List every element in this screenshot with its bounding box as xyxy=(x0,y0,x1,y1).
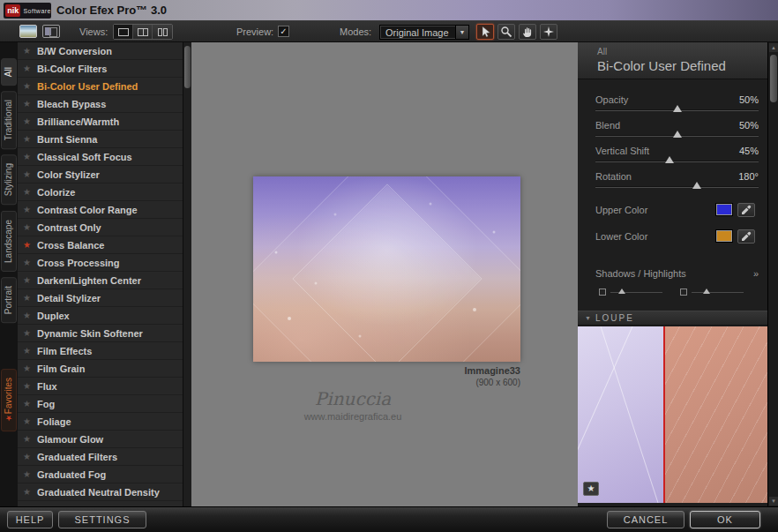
filter-item[interactable]: ★Fog xyxy=(18,395,183,413)
highlights-slider-thumb[interactable] xyxy=(703,288,710,294)
favorite-star-icon[interactable]: ★ xyxy=(23,46,37,56)
pan-tool-button[interactable] xyxy=(519,24,536,40)
filter-item[interactable]: ★Bi-Color User Defined xyxy=(18,78,183,95)
filter-item[interactable]: ★Foliage xyxy=(18,413,183,431)
loupe-preview[interactable]: ★ xyxy=(578,326,767,503)
filter-item[interactable]: ★Graduated Filters xyxy=(18,448,183,466)
filter-item[interactable]: ★Color Stylizer xyxy=(18,166,183,184)
slider-thumb[interactable] xyxy=(692,182,701,189)
favorite-star-icon[interactable]: ★ xyxy=(23,381,37,391)
favorite-star-icon[interactable]: ★ xyxy=(23,152,37,161)
filter-item[interactable]: ★Flux xyxy=(18,378,183,395)
favorite-star-icon[interactable]: ★ xyxy=(23,116,37,126)
settings-button[interactable]: SETTINGS xyxy=(58,511,146,528)
filter-item[interactable]: ★Graduated Fog xyxy=(18,466,183,483)
filter-item[interactable]: ★Detail Stylizer xyxy=(18,289,183,307)
help-button[interactable]: HELP xyxy=(7,511,53,528)
filter-item[interactable]: ★Cross Processing xyxy=(18,254,183,272)
shadows-swatch-icon[interactable] xyxy=(599,288,606,296)
panel-layout-icon[interactable] xyxy=(42,25,60,38)
favorite-star-icon[interactable]: ★ xyxy=(23,222,37,232)
filter-item[interactable]: ★Darken/Lighten Center xyxy=(18,272,183,289)
filter-list-scrollbar[interactable] xyxy=(183,42,191,506)
favorite-star-icon[interactable]: ★ xyxy=(23,487,37,497)
tab-favorites[interactable]: ★Favorites xyxy=(1,369,17,431)
highlights-swatch-icon[interactable] xyxy=(680,288,687,296)
filter-item[interactable]: ★Duplex xyxy=(18,307,183,325)
favorite-star-icon[interactable]: ★ xyxy=(23,363,37,373)
filter-item[interactable]: ★Contrast Color Range xyxy=(18,201,183,219)
favorite-star-icon[interactable]: ★ xyxy=(23,328,37,338)
preview-image[interactable] xyxy=(253,176,520,362)
panel-scrollbar[interactable]: ▲ ▼ xyxy=(767,42,778,506)
tab-traditional[interactable]: Traditional xyxy=(1,91,17,149)
favorite-star-icon[interactable]: ★ xyxy=(23,434,37,444)
favorite-star-icon[interactable]: ★ xyxy=(23,240,37,250)
scroll-up-arrow-icon[interactable]: ▲ xyxy=(769,43,778,52)
favorite-star-icon[interactable]: ★ xyxy=(23,134,37,144)
upper-color-eyedropper-button[interactable] xyxy=(737,203,755,217)
view-sidebyside-button[interactable] xyxy=(153,25,172,39)
tab-stylizing[interactable]: Stylizing xyxy=(1,154,17,205)
filter-item[interactable]: ★Colorize xyxy=(18,184,183,201)
zoom-tool-button[interactable] xyxy=(497,24,515,40)
highlights-slider-track[interactable] xyxy=(692,292,744,293)
favorite-star-icon[interactable]: ★ xyxy=(23,187,37,197)
filter-item[interactable]: ★Classical Soft Focus xyxy=(18,148,183,166)
favorite-star-icon[interactable]: ★ xyxy=(23,469,37,479)
lower-color-swatch[interactable] xyxy=(716,230,732,242)
favorite-star-icon[interactable]: ★ xyxy=(23,452,37,461)
loupe-favorite-button[interactable]: ★ xyxy=(583,482,599,496)
favorite-star-icon[interactable]: ★ xyxy=(23,64,37,73)
slider-track[interactable] xyxy=(595,186,759,188)
filter-item[interactable]: ★Brilliance/Warmth xyxy=(18,113,183,131)
shadows-slider-thumb[interactable] xyxy=(618,288,625,294)
filter-item[interactable]: ★Film Effects xyxy=(18,342,183,360)
compare-tool-button[interactable] xyxy=(540,24,557,40)
filter-item[interactable]: ★Bleach Bypass xyxy=(18,95,183,113)
filter-item[interactable]: ★Graduated Neutral Density xyxy=(18,483,183,501)
loupe-section-header[interactable]: ▼ LOUPE xyxy=(578,311,767,326)
filter-item[interactable]: ★B/W Conversion xyxy=(18,42,183,60)
slider-track[interactable] xyxy=(595,161,759,162)
filter-item[interactable]: ★Dynamic Skin Softener xyxy=(18,325,183,342)
favorite-star-icon[interactable]: ★ xyxy=(23,399,37,408)
favorite-star-icon[interactable]: ★ xyxy=(23,346,37,356)
slider-thumb[interactable] xyxy=(665,156,674,163)
favorite-star-icon[interactable]: ★ xyxy=(23,81,37,91)
slider-label: Opacity xyxy=(595,94,628,105)
tab-all[interactable]: All xyxy=(1,58,17,86)
lower-color-eyedropper-button[interactable] xyxy=(737,229,755,244)
shadows-highlights-expand-icon[interactable]: » xyxy=(753,268,759,279)
filter-item[interactable]: ★Film Grain xyxy=(18,360,183,378)
view-split-button[interactable] xyxy=(133,25,153,39)
filter-item[interactable]: ★Glamour Glow xyxy=(18,431,183,448)
select-tool-button[interactable] xyxy=(476,24,494,40)
tab-portrait[interactable]: Portrait xyxy=(1,277,17,323)
preview-checkbox[interactable]: ✓ xyxy=(278,26,289,37)
favorite-star-icon[interactable]: ★ xyxy=(23,99,37,109)
panel-scrollbar-thumb[interactable] xyxy=(770,55,777,102)
favorite-star-icon[interactable]: ★ xyxy=(23,416,37,426)
ok-button[interactable]: OK xyxy=(690,511,760,528)
favorite-star-icon[interactable]: ★ xyxy=(23,258,37,267)
tab-landscape[interactable]: Landscape xyxy=(1,211,17,272)
favorite-star-icon[interactable]: ★ xyxy=(23,205,37,214)
filter-scrollbar-thumb[interactable] xyxy=(184,46,191,88)
slider-thumb[interactable] xyxy=(673,131,682,138)
favorite-star-icon[interactable]: ★ xyxy=(23,275,37,285)
cancel-button[interactable]: CANCEL xyxy=(607,511,684,528)
filter-item[interactable]: ★Burnt Sienna xyxy=(18,131,183,148)
slider-thumb[interactable] xyxy=(673,105,682,112)
filter-item[interactable]: ★Contrast Only xyxy=(18,219,183,236)
favorite-star-icon[interactable]: ★ xyxy=(23,311,37,320)
scroll-down-arrow-icon[interactable]: ▼ xyxy=(769,497,778,506)
view-single-button[interactable] xyxy=(114,25,133,39)
filter-item[interactable]: ★Cross Balance xyxy=(18,236,183,254)
upper-color-swatch[interactable] xyxy=(716,204,732,215)
image-thumbnail-icon[interactable] xyxy=(19,25,37,38)
modes-dropdown[interactable]: Original Image ▼ xyxy=(379,25,469,40)
favorite-star-icon[interactable]: ★ xyxy=(23,293,37,303)
favorite-star-icon[interactable]: ★ xyxy=(23,169,37,179)
filter-item[interactable]: ★Bi-Color Filters xyxy=(18,60,183,78)
